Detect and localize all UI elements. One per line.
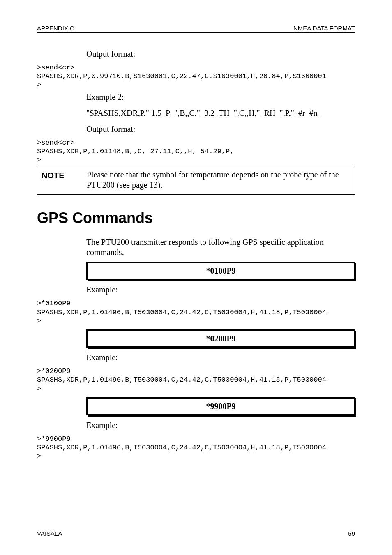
header-rule (37, 32, 355, 33)
command-label: *0100P9 (206, 266, 235, 275)
code-block-1: >send<cr> $PASHS,XDR,P,0.99710,B,S163000… (37, 63, 355, 90)
example-code-1: >*0100P9 $PASHS,XDR,P,1.01496,B,T5030004… (37, 299, 355, 325)
command-label: *9900P9 (206, 402, 235, 411)
body-column: Output format: >send<cr> $PASHS,XDR,P,0.… (86, 49, 355, 195)
footer-right: 59 (348, 530, 355, 538)
example-2-label: Example 2: (86, 92, 355, 102)
gps-intro: The PTU200 transmitter responds to follo… (86, 237, 355, 258)
example-label-1: Example: (86, 285, 355, 295)
command-box-0100: *0100P9 (86, 262, 355, 280)
header-right: NMEA DATA FORMAT (293, 25, 355, 32)
gps-body-column: The PTU200 transmitter responds to follo… (86, 237, 355, 461)
example-label-3: Example: (86, 420, 355, 431)
code-block-2: >send<cr> $PASHS,XDR,P,1.01148,B,,C, 27.… (37, 138, 355, 165)
page-footer: VAISALA 59 (37, 530, 355, 538)
output-format-label-1: Output format: (86, 49, 355, 59)
note-box: NOTE Please note that the symbol for tem… (37, 167, 355, 195)
page-header: APPENDIX C NMEA DATA FORMAT (37, 25, 355, 32)
example-code-2: >*0200P9 $PASHS,XDR,P,1.01496,B,T5030004… (37, 367, 355, 393)
form-line: "$PASHS,XDR,P," 1.5_P_",B,,C,"_3.2_TH_",… (86, 108, 355, 118)
footer-left: VAISALA (37, 530, 62, 538)
command-box-0200: *0200P9 (86, 329, 355, 348)
note-label: NOTE (42, 170, 87, 181)
output-format-label-2: Output format: (86, 124, 355, 134)
example-label-2: Example: (86, 352, 355, 363)
command-label: *0200P9 (206, 334, 235, 343)
command-box-9900: *9900P9 (86, 397, 355, 415)
note-text: Please note that the symbol for temperat… (87, 170, 350, 190)
header-left: APPENDIX C (37, 25, 74, 32)
example-code-3: >*9900P9 $PASHS,XDR,P,1.01496,B,T5030004… (37, 435, 355, 461)
gps-commands-heading: GPS Commands (37, 209, 355, 227)
